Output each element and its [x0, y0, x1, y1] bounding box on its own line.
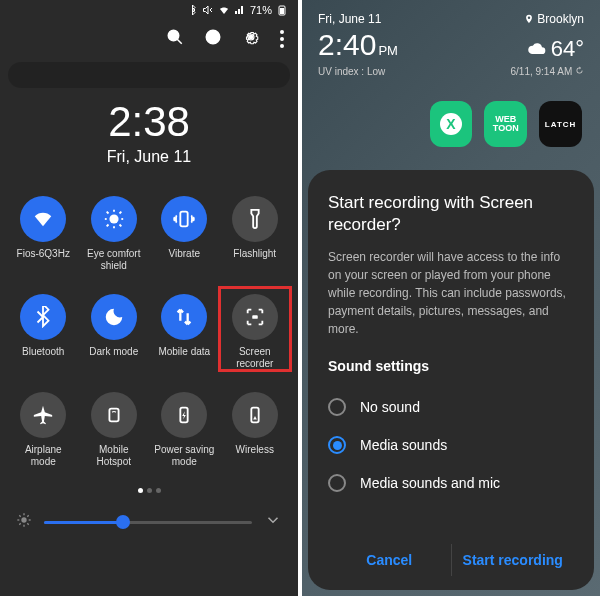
updated-text: 6/11, 9:14 AM [511, 66, 585, 77]
radio-option[interactable]: No sound [328, 388, 574, 426]
notification-placeholder [8, 62, 290, 88]
app-icon[interactable]: LATCH [539, 101, 582, 147]
app-icon[interactable] [320, 101, 363, 147]
home-status: Fri, June 11 Brooklyn 2:40PM 64° UV inde… [302, 0, 600, 85]
svg-point-7 [109, 214, 118, 223]
bluetooth-icon [186, 4, 198, 16]
svg-point-6 [249, 35, 254, 40]
tile-label: Dark mode [89, 346, 138, 358]
app-icon[interactable] [375, 101, 418, 147]
tile-wifi[interactable]: Fios-6Q3Hz [8, 192, 79, 284]
wifi-icon [218, 4, 230, 16]
brightness-icon [16, 512, 32, 532]
tile-label: Power saving mode [152, 444, 216, 468]
tile-hotspot[interactable]: Mobile Hotspot [79, 388, 150, 480]
svg-line-12 [106, 212, 108, 214]
wireless-icon [232, 392, 278, 438]
svg-line-14 [119, 212, 121, 214]
brightness-slider[interactable] [44, 521, 252, 524]
tile-label: Fios-6Q3Hz [17, 248, 70, 260]
location-icon [524, 14, 534, 24]
tile-label: Wireless [236, 444, 274, 456]
tile-eye-comfort[interactable]: Eye comfort shield [79, 192, 150, 284]
phone-left: 71% 2:38 Fri, June 11 Fios-6Q3HzEye comf… [0, 0, 298, 596]
start-recording-button[interactable]: Start recording [452, 544, 575, 576]
svg-point-21 [21, 517, 26, 522]
cancel-button[interactable]: Cancel [328, 544, 451, 576]
radio-icon [328, 436, 346, 454]
gear-icon[interactable] [242, 28, 260, 50]
tile-vibrate[interactable]: Vibrate [149, 192, 220, 284]
radio-icon [328, 474, 346, 492]
clock: 2:38 Fri, June 11 [0, 98, 298, 166]
chevron-down-icon[interactable] [264, 511, 282, 533]
svg-line-27 [27, 523, 28, 524]
mute-icon [202, 4, 214, 16]
power-icon[interactable] [204, 28, 222, 50]
more-icon[interactable] [280, 30, 284, 48]
dark-mode-icon [91, 294, 137, 340]
svg-line-29 [19, 523, 20, 524]
tile-mobile-data[interactable]: Mobile data [149, 290, 220, 382]
svg-point-2 [168, 30, 179, 41]
radio-icon [328, 398, 346, 416]
svg-line-15 [106, 225, 108, 227]
tile-bluetooth[interactable]: Bluetooth [8, 290, 79, 382]
airplane-icon [20, 392, 66, 438]
home-time: 2:40PM [318, 28, 398, 62]
signal-icon [234, 4, 246, 16]
tile-dark-mode[interactable]: Dark mode [79, 290, 150, 382]
cloud-icon [527, 39, 547, 59]
svg-rect-1 [280, 8, 284, 14]
mobile-data-icon [161, 294, 207, 340]
radio-label: Media sounds [360, 437, 447, 453]
phone-right: Fri, June 11 Brooklyn 2:40PM 64° UV inde… [302, 0, 600, 596]
search-icon[interactable] [166, 28, 184, 50]
dialog-body: Screen recorder will have access to the … [328, 248, 574, 338]
home-date: Fri, June 11 [318, 12, 381, 26]
tile-power-saving[interactable]: Power saving mode [149, 388, 220, 480]
svg-text:X: X [446, 116, 456, 132]
highlight-box [218, 286, 292, 372]
home-apps: X WEBTOON LATCH [302, 85, 600, 163]
tile-label: Mobile data [158, 346, 210, 358]
svg-line-28 [27, 515, 28, 516]
svg-line-3 [177, 39, 182, 44]
flashlight-icon [232, 196, 278, 242]
radio-label: Media sounds and mic [360, 475, 500, 491]
screen-recorder-dialog: Start recording with Screen recorder? Sc… [308, 170, 594, 590]
power-saving-icon [161, 392, 207, 438]
tile-label: Flashlight [233, 248, 276, 260]
sound-settings-heading: Sound settings [328, 358, 574, 374]
wifi-icon [20, 196, 66, 242]
eye-comfort-icon [91, 196, 137, 242]
clock-time: 2:38 [0, 98, 298, 146]
battery-icon [276, 4, 288, 16]
refresh-icon [575, 66, 584, 75]
tile-label: Vibrate [168, 248, 200, 260]
dialog-actions: Cancel Start recording [328, 530, 574, 576]
quick-tiles-grid: Fios-6Q3HzEye comfort shieldVibrateFlash… [0, 192, 298, 480]
hotspot-icon [91, 392, 137, 438]
radio-option[interactable]: Media sounds and mic [328, 464, 574, 502]
quick-settings-toolbar [0, 20, 298, 62]
radio-option[interactable]: Media sounds [328, 426, 574, 464]
tile-flashlight[interactable]: Flashlight [220, 192, 291, 284]
svg-line-13 [119, 225, 121, 227]
status-bar: 71% [0, 0, 298, 20]
svg-rect-16 [181, 212, 188, 227]
tile-screen-recorder[interactable]: Screen recorder [220, 290, 291, 382]
app-icon[interactable]: WEBTOON [484, 101, 527, 147]
app-icon[interactable]: X [430, 101, 473, 147]
dialog-title: Start recording with Screen recorder? [328, 192, 574, 236]
svg-line-26 [19, 515, 20, 516]
clock-date: Fri, June 11 [0, 148, 298, 166]
svg-rect-18 [109, 409, 118, 422]
tile-airplane[interactable]: Airplane mode [8, 388, 79, 480]
radio-label: No sound [360, 399, 420, 415]
location: Brooklyn [524, 12, 584, 26]
battery-text: 71% [250, 4, 272, 16]
bluetooth-icon [20, 294, 66, 340]
tile-label: Eye comfort shield [82, 248, 146, 272]
tile-wireless[interactable]: Wireless [220, 388, 291, 480]
